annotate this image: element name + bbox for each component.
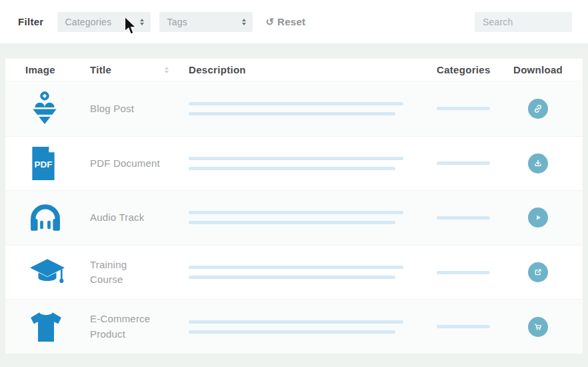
link-button[interactable] xyxy=(528,99,548,119)
play-icon xyxy=(532,212,544,224)
placeholder-bar xyxy=(189,320,403,324)
row-title: Training Course xyxy=(90,258,160,288)
play-button[interactable] xyxy=(528,208,548,228)
table-row: Blog Post xyxy=(5,81,583,136)
row-description-placeholder xyxy=(189,157,437,170)
select-arrows-icon xyxy=(242,19,246,25)
row-categories-placeholder xyxy=(437,161,513,165)
row-title: E-Commerce Product xyxy=(90,312,160,342)
pdf-icon-label: PDF xyxy=(34,159,52,169)
row-image-cell xyxy=(25,311,90,343)
row-description-placeholder xyxy=(189,266,437,279)
row-image-cell xyxy=(25,258,90,286)
row-title: Blog Post xyxy=(90,101,160,117)
column-header-description: Description xyxy=(189,64,437,75)
placeholder-bar xyxy=(189,211,403,214)
headphones-icon xyxy=(29,203,61,232)
tags-select[interactable]: Tags xyxy=(159,12,253,32)
categories-select[interactable]: Categories xyxy=(57,12,151,32)
content-marketing-icon xyxy=(29,91,60,126)
row-categories-placeholder xyxy=(437,107,513,110)
table-row: Audio Track xyxy=(5,190,583,245)
placeholder-bar xyxy=(189,221,395,224)
row-categories-placeholder xyxy=(437,325,513,328)
search-input[interactable] xyxy=(475,12,572,32)
placeholder-bar xyxy=(189,266,403,269)
placeholder-bar xyxy=(437,271,490,274)
row-title: PDF Document xyxy=(90,156,160,171)
row-description-placeholder xyxy=(189,102,437,115)
download-button[interactable] xyxy=(528,153,548,173)
row-categories-placeholder xyxy=(437,271,513,274)
tags-select-value: Tags xyxy=(167,17,187,27)
placeholder-bar xyxy=(189,157,403,160)
graduation-cap-icon xyxy=(29,258,65,286)
placeholder-bar xyxy=(437,325,490,328)
reset-button[interactable]: ↺ Reset xyxy=(265,16,305,28)
reset-button-label: Reset xyxy=(277,16,305,27)
external-link-icon xyxy=(532,266,544,278)
table-row: E-Commerce Product xyxy=(5,299,583,354)
column-header-download: Download xyxy=(513,64,563,75)
add-to-cart-button[interactable] xyxy=(528,317,548,337)
select-arrows-icon xyxy=(140,19,144,25)
tshirt-icon xyxy=(29,311,63,343)
filter-label: Filter xyxy=(18,16,43,27)
row-image-cell xyxy=(25,203,90,232)
table-row: Training Course xyxy=(5,245,583,300)
placeholder-bar xyxy=(189,112,395,115)
row-image-cell xyxy=(25,91,90,126)
placeholder-bar xyxy=(437,161,490,165)
placeholder-bar xyxy=(189,102,403,105)
placeholder-bar xyxy=(189,276,395,279)
shopping-cart-icon xyxy=(532,321,544,333)
download-icon xyxy=(532,157,544,169)
row-description-placeholder xyxy=(189,320,437,334)
placeholder-bar xyxy=(437,107,490,110)
reset-icon: ↺ xyxy=(265,16,274,28)
column-header-image: Image xyxy=(25,64,90,75)
row-title: Audio Track xyxy=(90,210,160,226)
pdf-file-icon: PDF xyxy=(29,146,57,181)
row-description-placeholder xyxy=(189,211,437,224)
filter-bar: Filter Categories Tags ↺ Reset xyxy=(0,0,588,43)
external-link-button[interactable] xyxy=(528,262,548,282)
column-header-title-label: Title xyxy=(90,64,111,75)
placeholder-bar xyxy=(189,167,395,170)
placeholder-bar xyxy=(189,330,395,334)
resource-table: Image Title Description Categories Downl… xyxy=(5,59,583,354)
placeholder-bar xyxy=(437,216,490,220)
categories-select-value: Categories xyxy=(65,17,111,27)
table-header-row: Image Title Description Categories Downl… xyxy=(5,59,583,81)
row-categories-placeholder xyxy=(437,216,513,220)
column-header-title[interactable]: Title xyxy=(90,64,189,75)
column-header-categories: Categories xyxy=(437,64,513,75)
sort-icon[interactable] xyxy=(165,67,169,73)
table-row: PDF PDF Document xyxy=(5,136,583,191)
row-image-cell: PDF xyxy=(25,146,90,181)
link-icon xyxy=(532,103,544,115)
